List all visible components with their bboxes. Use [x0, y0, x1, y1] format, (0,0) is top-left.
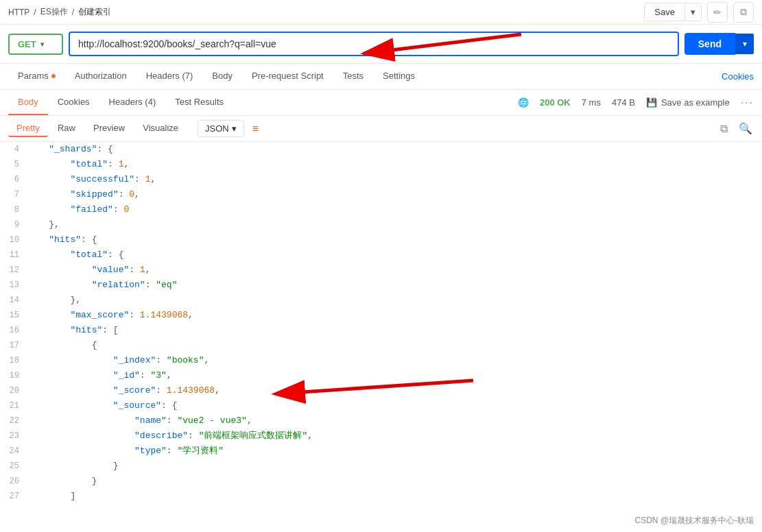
code-line: 6 "successful": 1, — [0, 172, 762, 187]
search-response-button[interactable]: 🔍 — [737, 121, 754, 137]
format-label: JSON — [205, 123, 229, 134]
search-icon: 🔍 — [739, 122, 752, 135]
view-preview[interactable]: Preview — [85, 120, 133, 137]
pretty-label: Pretty — [16, 123, 40, 133]
send-button[interactable]: Send — [684, 33, 735, 55]
request-tabs: Params Authorization Headers (7) Body Pr… — [0, 64, 762, 90]
headers-label: Headers (7) — [146, 71, 193, 81]
raw-label: Raw — [58, 123, 75, 133]
breadcrumb-sep1: / — [34, 8, 36, 17]
tab-body[interactable]: Body — [202, 64, 242, 89]
code-line: 5 "total": 1, — [0, 157, 762, 172]
code-line: 22 "name": "vue2 - vue3", — [0, 413, 762, 428]
authorization-label: Authorization — [75, 71, 127, 81]
code-line: 8 "failed": 0 — [0, 202, 762, 217]
params-label: Params — [18, 71, 49, 81]
code-line: 11 "total": { — [0, 247, 762, 263]
resp-tab-cookies[interactable]: Cookies — [48, 90, 99, 115]
edit-icon-button[interactable]: ✏ — [707, 2, 728, 23]
copy-icon: ⧉ — [720, 123, 728, 135]
response-time: 7 ms — [582, 97, 601, 108]
view-tabs: Pretty Raw Preview Visualize — [8, 120, 187, 137]
format-arrow-icon: ▾ — [232, 123, 237, 134]
resp-cookies-label: Cookies — [58, 97, 90, 107]
code-line: 15 "max_score": 1.1439068, — [0, 308, 762, 323]
format-bar-right: ⧉ 🔍 — [715, 121, 754, 137]
code-line: 18 "_index": "books", — [0, 353, 762, 368]
response-meta: 🌐 200 OK 7 ms 474 B 💾 Save as example ··… — [518, 97, 754, 109]
breadcrumb-part2: ES操作 — [40, 6, 68, 18]
response-tabs-row: Body Cookies Headers (4) Test Results 🌐 … — [0, 90, 762, 115]
tab-settings[interactable]: Settings — [373, 64, 425, 89]
code-line: 17 { — [0, 338, 762, 353]
tab-authorization[interactable]: Authorization — [65, 64, 136, 89]
code-line: 13 "relation": "eq" — [0, 278, 762, 293]
copy-response-button[interactable]: ⧉ — [715, 121, 732, 137]
send-dropdown-button[interactable]: ▾ — [735, 34, 754, 54]
breadcrumb-part1: HTTP — [8, 8, 29, 17]
code-line: 14 }, — [0, 293, 762, 308]
settings-label: Settings — [383, 71, 415, 81]
code-line: 7 "skipped": 0, — [0, 187, 762, 202]
resp-testresults-label: Test Results — [175, 97, 224, 107]
code-line: 25 } — [0, 459, 762, 474]
watermark: CSDN @瑞晟技术服务中心-耿瑞 — [634, 515, 754, 527]
tab-prerequest[interactable]: Pre-request Script — [242, 64, 333, 89]
filter-icon[interactable]: ≡ — [252, 123, 259, 135]
format-bar: Pretty Raw Preview Visualize JSON ▾ ≡ ⧉ … — [0, 116, 762, 142]
response-section: Body Cookies Headers (4) Test Results 🌐 … — [0, 90, 762, 116]
view-visualize[interactable]: Visualize — [134, 120, 187, 137]
edit-icon: ✏ — [713, 7, 722, 18]
top-bar: HTTP / ES操作 / 创建索引 Save ▾ ✏ ⧉ — [0, 0, 762, 25]
code-line: 23 "describe": "前端框架响应式数据讲解", — [0, 428, 762, 444]
tab-tests[interactable]: Tests — [333, 64, 373, 89]
code-line: 9 }, — [0, 217, 762, 232]
view-pretty[interactable]: Pretty — [8, 120, 48, 137]
code-line: 16 "hits": [ — [0, 323, 762, 338]
save-main-button[interactable]: Save — [645, 3, 684, 21]
save-example-label: Save as example — [661, 97, 730, 108]
save-dropdown-button[interactable]: ▾ — [684, 3, 701, 21]
save-icon: 💾 — [646, 97, 657, 108]
breadcrumb-sep2: / — [72, 8, 74, 17]
response-size: 474 B — [612, 97, 635, 108]
resp-body-label: Body — [18, 97, 38, 107]
cookies-link[interactable]: Cookies — [722, 64, 754, 88]
save-as-example-button[interactable]: 💾 Save as example — [646, 97, 730, 108]
response-code-area: 4 "_shards": { 5 "total": 1, 6 "successf… — [0, 142, 762, 526]
copy-icon: ⧉ — [740, 6, 747, 18]
breadcrumb: HTTP / ES操作 / 创建索引 — [8, 6, 111, 18]
resp-headers-label: Headers (4) — [109, 97, 156, 107]
send-button-group: Send ▾ — [684, 33, 754, 55]
tab-params[interactable]: Params — [8, 64, 65, 89]
code-line: 21 "_source": { — [0, 398, 762, 413]
resp-tab-testresults[interactable]: Test Results — [165, 90, 233, 115]
code-line: 26 } — [0, 474, 762, 489]
breadcrumb-current: 创建索引 — [78, 6, 111, 18]
code-line: 24 "type": "学习资料" — [0, 444, 762, 459]
code-line: 19 "_id": "3", — [0, 368, 762, 383]
code-line: 10 "hits": { — [0, 232, 762, 247]
body-label: Body — [212, 71, 233, 81]
format-select[interactable]: JSON ▾ — [198, 120, 244, 137]
url-bar-section: GET ▾ Send ▾ — [0, 25, 762, 64]
code-line: 4 "_shards": { — [0, 142, 762, 157]
visualize-label: Visualize — [143, 123, 178, 133]
resp-tab-headers[interactable]: Headers (4) — [99, 90, 166, 115]
view-raw[interactable]: Raw — [49, 120, 84, 137]
resp-tab-body[interactable]: Body — [8, 90, 48, 115]
preview-label: Preview — [93, 123, 125, 133]
more-options-button[interactable]: ··· — [741, 97, 754, 109]
method-label: GET — [18, 39, 36, 49]
tab-headers[interactable]: Headers (7) — [136, 64, 203, 89]
status-badge: 200 OK — [540, 97, 571, 108]
method-select[interactable]: GET ▾ — [8, 34, 63, 55]
prerequest-label: Pre-request Script — [252, 71, 324, 81]
save-button-group: Save ▾ — [644, 3, 702, 21]
code-line: 12 "value": 1, — [0, 263, 762, 278]
copy-icon-button[interactable]: ⧉ — [733, 2, 754, 23]
top-bar-actions: Save ▾ ✏ ⧉ — [644, 2, 754, 23]
method-arrow-icon: ▾ — [40, 40, 44, 48]
url-input[interactable] — [69, 32, 679, 56]
code-line: 27 ] — [0, 489, 762, 504]
